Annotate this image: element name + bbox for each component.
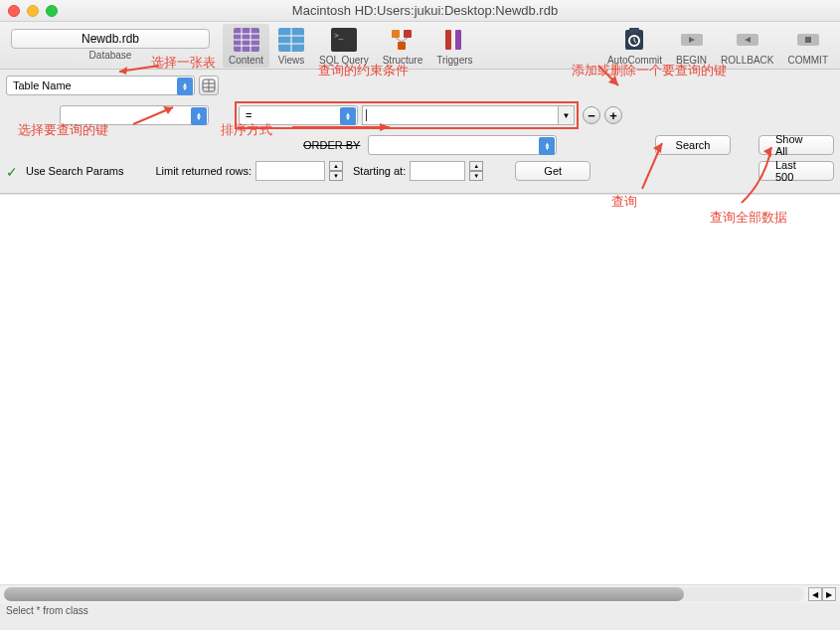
- traffic-lights: [8, 5, 58, 17]
- database-button[interactable]: Newdb.rdb: [11, 29, 210, 49]
- close-window-button[interactable]: [8, 5, 20, 17]
- structure-icon: [389, 26, 417, 54]
- search-button[interactable]: Search: [655, 135, 731, 155]
- last-button[interactable]: Last 500: [758, 161, 834, 181]
- rollback-button[interactable]: ROLLBACK: [715, 24, 779, 68]
- order-by-label: ORDER BY: [303, 139, 360, 151]
- zoom-window-button[interactable]: [46, 5, 58, 17]
- minimize-window-button[interactable]: [27, 5, 39, 17]
- autocommit-button[interactable]: AutoCommit: [601, 24, 668, 68]
- triggers-tab[interactable]: Triggers: [430, 24, 478, 68]
- use-search-params-label: Use Search Params: [26, 165, 123, 177]
- select-arrows-icon: ▲▼: [340, 107, 356, 125]
- begin-icon: [678, 26, 706, 54]
- scrollbar-thumb[interactable]: [4, 587, 684, 601]
- sql-query-tab[interactable]: >_ SQL Query: [313, 24, 375, 68]
- select-arrows-icon: ▲▼: [191, 107, 207, 125]
- sql-icon: >_: [330, 26, 358, 54]
- order-by-select[interactable]: ▲▼: [368, 135, 557, 155]
- svg-rect-13: [404, 30, 412, 38]
- sql-label: SQL Query: [319, 55, 369, 66]
- horizontal-scroll: ◀ ▶: [0, 585, 840, 603]
- check-icon: ✓: [6, 164, 20, 178]
- constraint-box: = ▲▼ ▼: [235, 101, 579, 129]
- views-tab[interactable]: Views: [271, 24, 311, 68]
- svg-rect-12: [392, 30, 400, 38]
- svg-rect-18: [455, 30, 461, 50]
- query-area: 选择一张表 查询的约束条件 添加或删除一个要查询的键 选择要查询的键 排序方式 …: [0, 70, 840, 194]
- begin-label: BEGIN: [676, 55, 707, 66]
- operator-select[interactable]: = ▲▼: [239, 105, 358, 125]
- table-info-button[interactable]: [199, 76, 219, 95]
- value-combo[interactable]: ▼: [362, 105, 575, 125]
- autocommit-icon: [620, 26, 648, 54]
- svg-rect-20: [629, 28, 639, 33]
- show-all-button[interactable]: Show All: [758, 135, 834, 155]
- table-name-text: Table Name: [7, 79, 78, 91]
- titlebar: Macintosh HD:Users:jukui:Desktop:Newdb.r…: [0, 0, 840, 22]
- key-select[interactable]: ▲▼: [60, 105, 209, 125]
- window-title: Macintosh HD:Users:jukui:Desktop:Newdb.r…: [58, 3, 792, 18]
- toolbar: Newdb.rdb Database Content Views >_ SQL …: [0, 22, 840, 70]
- starting-label: Starting at:: [353, 165, 406, 177]
- rollback-icon: [734, 26, 761, 54]
- database-label: Database: [89, 50, 132, 61]
- grid-icon: [202, 79, 216, 92]
- scroll-right-button[interactable]: ▶: [822, 587, 836, 601]
- svg-rect-17: [445, 30, 451, 50]
- remove-key-button[interactable]: −: [583, 106, 600, 124]
- svg-rect-14: [398, 42, 406, 50]
- commit-button[interactable]: COMMIT: [781, 24, 834, 68]
- svg-text:>_: >_: [334, 31, 344, 40]
- content-label: Content: [229, 55, 263, 66]
- structure-label: Structure: [383, 55, 423, 66]
- commit-icon: [794, 26, 822, 54]
- content-icon: [233, 26, 260, 54]
- limit-stepper[interactable]: ▲▼: [329, 161, 343, 181]
- status-bar: Select * from class: [0, 603, 840, 619]
- svg-line-16: [402, 38, 408, 42]
- starting-input[interactable]: [410, 161, 465, 181]
- commit-label: COMMIT: [787, 55, 828, 66]
- begin-button[interactable]: BEGIN: [670, 24, 713, 68]
- table-name-select[interactable]: Table Name ▲▼: [6, 76, 195, 95]
- select-arrows-icon: ▲▼: [177, 78, 193, 95]
- limit-input[interactable]: [255, 161, 325, 181]
- content-tab[interactable]: Content: [223, 24, 269, 68]
- select-arrows-icon: ▲▼: [539, 137, 555, 155]
- content-area: [0, 194, 840, 585]
- database-section: Newdb.rdb Database: [6, 24, 215, 61]
- svg-line-15: [396, 38, 402, 42]
- views-label: Views: [278, 55, 305, 66]
- add-key-button[interactable]: +: [604, 106, 622, 124]
- views-icon: [277, 26, 305, 54]
- limit-label: Limit returned rows:: [155, 165, 252, 177]
- rollback-label: ROLLBACK: [721, 55, 773, 66]
- triggers-label: Triggers: [436, 55, 472, 66]
- combo-arrow-icon: ▼: [558, 106, 574, 124]
- get-button[interactable]: Get: [515, 161, 590, 181]
- triggers-icon: [440, 26, 468, 54]
- scrollbar-track[interactable]: [4, 587, 804, 601]
- autocommit-label: AutoCommit: [607, 55, 662, 66]
- operator-text: =: [240, 109, 257, 121]
- starting-stepper[interactable]: ▲▼: [469, 161, 483, 181]
- structure-tab[interactable]: Structure: [377, 24, 429, 68]
- svg-rect-25: [805, 37, 811, 43]
- scroll-left-button[interactable]: ◀: [808, 587, 822, 601]
